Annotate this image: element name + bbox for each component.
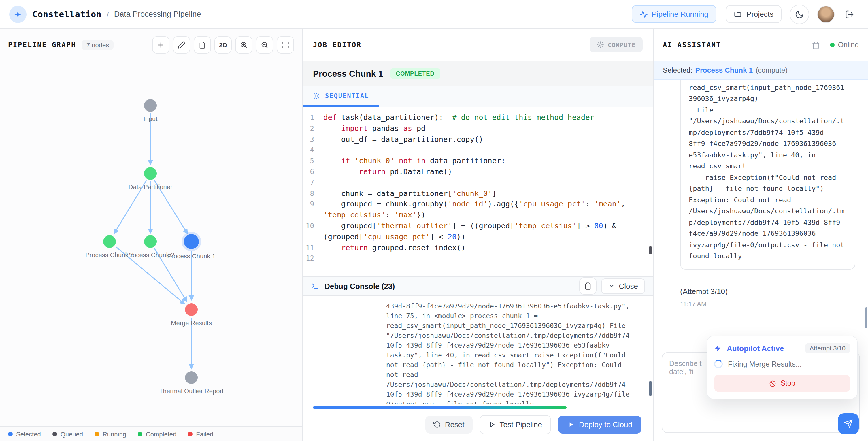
node-label: Process Chunk 1 xyxy=(167,252,216,259)
graph-node-process-chunk-3[interactable]: Process Chunk 3 xyxy=(103,235,116,248)
selected-prefix: Selected: xyxy=(663,66,692,74)
online-dot xyxy=(830,43,835,47)
ai-assistant-panel: AI ASSISTANT Online Selected: Process Ch… xyxy=(653,29,868,441)
logout-icon xyxy=(845,9,854,19)
code-scrollbar-thumb[interactable] xyxy=(649,246,652,254)
job-status-badge: COMPLETED xyxy=(390,68,440,79)
graph-node-process-chunk-1[interactable]: Process Chunk 1 xyxy=(184,234,199,249)
code-lines: 1def task(data_partitioner): # do not ed… xyxy=(303,113,653,264)
code-editor[interactable]: 1def task(data_partitioner): # do not ed… xyxy=(303,107,653,276)
node-label: Input xyxy=(144,115,158,122)
stop-autopilot-button[interactable]: Stop xyxy=(714,375,850,392)
gear-icon xyxy=(313,92,320,100)
view-mode-2d-button[interactable]: 2D xyxy=(214,36,232,54)
attempt-note: (Attempt 3/10) xyxy=(680,287,855,295)
delete-node-button[interactable] xyxy=(194,36,211,54)
tab-sequential[interactable]: SEQUENTIAL xyxy=(303,87,379,107)
editor-footer: Reset Test Pipeline Deploy to Cloud xyxy=(303,404,653,441)
projects-label: Projects xyxy=(746,10,773,19)
activity-icon xyxy=(640,10,648,18)
legend-item-completed: Completed xyxy=(138,430,176,437)
chevron-down-icon xyxy=(608,282,615,289)
spinner-icon xyxy=(714,360,723,368)
graph-node-input[interactable]: Input xyxy=(144,99,157,112)
close-console-button[interactable]: Close xyxy=(601,278,645,294)
stop-label: Stop xyxy=(780,379,795,387)
legend-dot xyxy=(53,432,57,436)
test-pipeline-label: Test Pipeline xyxy=(500,420,542,429)
node-label: Thermal Outlier Report xyxy=(159,387,224,394)
close-label: Close xyxy=(619,282,638,290)
reset-button[interactable]: Reset xyxy=(425,416,473,434)
assistant-scrollbar-thumb[interactable] xyxy=(865,307,867,328)
legend-label: Queued xyxy=(61,430,83,437)
legend-dot xyxy=(8,432,13,436)
graph-node-merge-results[interactable]: Merge Results xyxy=(185,303,198,316)
job-title-row: Process Chunk 1 COMPLETED xyxy=(303,61,653,87)
graph-node-data-partitioner[interactable]: Data Partitioner xyxy=(144,167,157,180)
legend-item-running: Running xyxy=(95,430,126,437)
graph-node-process-chunk-2[interactable]: Process Chunk 2 xyxy=(144,235,157,248)
add-node-button[interactable] xyxy=(152,36,169,54)
job-editor-title: JOB EDITOR xyxy=(313,41,362,49)
test-pipeline-button[interactable]: Test Pipeline xyxy=(479,415,551,434)
trash-icon xyxy=(198,41,206,49)
node-circle xyxy=(185,371,198,384)
console-scrollbar-thumb[interactable] xyxy=(649,381,652,396)
reset-icon xyxy=(433,421,441,428)
node-circle xyxy=(144,99,157,112)
message-timestamp: 11:17 AM xyxy=(680,300,855,307)
pipeline-graph-header: PIPELINE GRAPH 7 nodes 2D xyxy=(0,29,302,61)
theme-toggle-button[interactable] xyxy=(789,4,809,24)
compute-button[interactable]: COMPUTE xyxy=(589,37,643,53)
debug-console-body[interactable]: 439d-8ff9-f4ce7a979d29/node-176936139603… xyxy=(303,296,653,404)
pipeline-progress xyxy=(303,406,653,409)
send-icon xyxy=(844,419,853,428)
clear-console-button[interactable] xyxy=(579,277,596,294)
ai-assistant-title: AI ASSISTANT xyxy=(663,41,721,49)
legend-dot xyxy=(188,432,192,436)
clear-chat-button[interactable] xyxy=(809,38,823,52)
legend-label: Failed xyxy=(196,430,213,437)
pipeline-status-badge: Pipeline Running xyxy=(631,5,716,23)
graph-node-thermal-outlier-report[interactable]: Thermal Outlier Report xyxy=(185,371,198,384)
breadcrumb-page-title: Data Processing Pipeline xyxy=(114,10,201,19)
autopilot-popup: Autopilot Active Attempt 3/10 Fixing Mer… xyxy=(707,336,858,400)
autopilot-status: Fixing Merge Results... xyxy=(728,360,802,368)
zap-icon xyxy=(714,344,722,352)
logout-button[interactable] xyxy=(840,5,859,23)
graph-toolbar: 2D xyxy=(152,36,294,54)
zoom-out-icon xyxy=(260,41,269,49)
deploy-button[interactable]: Deploy to Cloud xyxy=(558,416,642,434)
breadcrumb-separator: / xyxy=(106,9,109,19)
job-editor-panel: JOB EDITOR COMPUTE Process Chunk 1 COMPL… xyxy=(303,29,653,441)
legend-dot xyxy=(138,432,142,436)
projects-button[interactable]: Projects xyxy=(726,5,781,23)
chat-messages[interactable]: process_chunk_1 = read_csv_smart(input_p… xyxy=(654,80,868,349)
graph-canvas[interactable]: Input Data Partitioner Process Chunk 3 P… xyxy=(0,61,302,426)
user-avatar[interactable] xyxy=(817,5,835,23)
reset-label: Reset xyxy=(445,420,465,429)
tab-label: SEQUENTIAL xyxy=(325,92,369,100)
app-root: Constellation / Data Processing Pipeline… xyxy=(0,0,868,441)
send-message-button[interactable] xyxy=(838,413,859,434)
job-title: Process Chunk 1 xyxy=(313,69,383,78)
pipeline-graph-panel: PIPELINE GRAPH 7 nodes 2D xyxy=(0,29,303,441)
zoom-out-button[interactable] xyxy=(256,36,273,54)
app-logo xyxy=(9,5,27,23)
compute-label: COMPUTE xyxy=(608,41,636,48)
autopilot-attempt-badge: Attempt 3/10 xyxy=(805,343,850,353)
node-circle xyxy=(103,235,116,248)
legend-label: Selected xyxy=(16,430,41,437)
zoom-in-button[interactable] xyxy=(235,36,252,54)
pipeline-graph-title: PIPELINE GRAPH xyxy=(8,41,76,49)
assistant-message-card: process_chunk_1 = read_csv_smart(input_p… xyxy=(680,80,855,270)
moon-icon xyxy=(795,9,804,19)
fullscreen-button[interactable] xyxy=(277,36,294,54)
trash-icon xyxy=(584,282,592,290)
folder-icon xyxy=(734,10,742,18)
legend-label: Completed xyxy=(146,430,176,437)
job-editor-header: JOB EDITOR COMPUTE xyxy=(303,29,653,61)
edit-node-button[interactable] xyxy=(173,36,190,54)
zoom-in-icon xyxy=(240,41,248,49)
